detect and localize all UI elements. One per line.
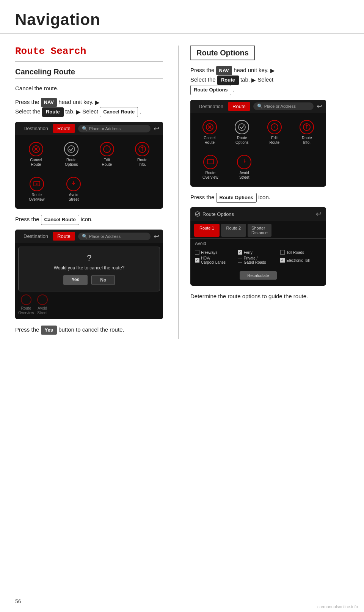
avoid-label-s3: AvoidStreet bbox=[239, 171, 249, 180]
icon-label-cancel-s3: CancelRoute bbox=[204, 136, 215, 145]
screen3-tab-route: Route bbox=[228, 102, 250, 111]
dialog-box: ? Would you like to cancel the route? Ye… bbox=[18, 247, 160, 291]
press-yes-para: Press the Yes button to cancel the route… bbox=[15, 325, 163, 335]
chk-toll[interactable] bbox=[280, 250, 285, 255]
nav-badge-right1: NAV bbox=[216, 66, 232, 76]
checkbox-private: Private /Gated Roads bbox=[238, 256, 279, 264]
checkbox-etoll: ✓ Electronic Toll bbox=[280, 256, 322, 264]
route-search-title: Route Search bbox=[15, 46, 163, 57]
chk-ferry[interactable]: ✓ bbox=[238, 250, 242, 255]
route-tab1[interactable]: Route 1 bbox=[194, 224, 220, 237]
arrow-icon-left2: ▶ bbox=[76, 109, 81, 115]
icon-cell-edit-route-s1: + EditRoute bbox=[89, 139, 125, 170]
routeopts-icon-s3 bbox=[235, 120, 249, 134]
route-opts-badge2: Route Options bbox=[216, 193, 257, 203]
screen1-topbar: Destination Route 🔍 Place or Address ↩ bbox=[15, 122, 163, 135]
dialog-container: ? Would you like to cancel the route? Ye… bbox=[15, 243, 163, 319]
svg-rect-18 bbox=[207, 159, 213, 164]
screen4-header: Route Options ↩ bbox=[190, 207, 326, 221]
avoid-icon-s3 bbox=[237, 155, 251, 169]
recalc-container: Recalculate bbox=[190, 266, 326, 286]
icon-cell-route-opts-s1: RouteOptions bbox=[54, 139, 89, 170]
chk-private[interactable] bbox=[238, 258, 242, 263]
overview-label-s3: RouteOverview bbox=[202, 171, 218, 180]
screen1-search: 🔍 Place or Address bbox=[78, 125, 151, 132]
yes-badge: Yes bbox=[41, 326, 57, 335]
screen1-mockup: Destination Route 🔍 Place or Address ↩ bbox=[15, 122, 163, 209]
partial-icon2-label: AvoidStreet bbox=[37, 306, 47, 315]
checkbox-hov: ✓ HOV/Carpool Lanes bbox=[195, 256, 236, 264]
arrow-icon-right2: ▶ bbox=[251, 77, 256, 83]
watermark: carmanualsonline.info bbox=[317, 604, 358, 609]
screen3-row2: RouteOverview AvoidStreet bbox=[190, 152, 326, 187]
back-btn-s2: ↩ bbox=[154, 232, 159, 241]
route-badge-right1: Route bbox=[217, 76, 239, 85]
screen2-mockup: Destination Route 🔍 Place or Address ↩ ?… bbox=[15, 230, 163, 319]
screen4-title: Route Options bbox=[195, 211, 234, 217]
left-step1: Press the NAV head unit key. ▶ Select th… bbox=[15, 98, 163, 117]
dialog-text: Would you like to cancel the route? bbox=[26, 265, 152, 271]
content-area: Route Search Canceling Route Cancel the … bbox=[0, 34, 364, 354]
back-btn-s3: ↩ bbox=[317, 102, 322, 110]
recalculate-btn[interactable]: Recalculate bbox=[240, 271, 276, 280]
overview-svg: ≡ bbox=[33, 180, 41, 188]
checkbox-freeways: Freeways bbox=[195, 250, 236, 255]
overview-icon-s3 bbox=[203, 155, 218, 169]
nav-badge-left1: NAV bbox=[41, 98, 57, 107]
dialog-yes-btn[interactable]: Yes bbox=[63, 275, 88, 285]
search-icon-s3: 🔍 bbox=[257, 104, 263, 109]
partial-icon1-circle bbox=[21, 294, 31, 305]
dialog-no-btn[interactable]: No bbox=[91, 275, 115, 285]
edit-route-icon-s1: + bbox=[100, 142, 114, 156]
dialog-buttons: Yes No bbox=[26, 275, 152, 285]
icon-label-edit-s1: EditRoute bbox=[102, 158, 112, 167]
chk-freeways[interactable] bbox=[195, 250, 199, 255]
checkbox-grid: Freeways ✓ Ferry Toll Roads ✓ HOV/Carpoo… bbox=[190, 249, 326, 266]
checkbox-ferry: ✓ Ferry bbox=[238, 250, 279, 255]
partial-icon1-label: RouteOverview bbox=[18, 306, 34, 315]
screen1-row2: ≡ RouteOverview AvoidStreet bbox=[15, 174, 163, 209]
route-badge-left1: Route bbox=[42, 107, 64, 117]
route-tab3[interactable]: ShorterDistance bbox=[248, 224, 271, 237]
overview-cell-s3: RouteOverview bbox=[193, 152, 228, 183]
route-tab2[interactable]: Route 2 bbox=[221, 224, 246, 237]
checkbox-toll: Toll Roads bbox=[280, 250, 322, 255]
cancel-route-badge1: Cancel Route bbox=[100, 107, 138, 117]
screen2-search: 🔍 Place or Address bbox=[78, 233, 151, 240]
check-icon-s4 bbox=[195, 211, 200, 217]
partial-icon2: AvoidStreet bbox=[37, 294, 48, 315]
right-column: Route Options Press the NAV head unit ke… bbox=[178, 46, 326, 339]
route-opts-badge1: Route Options bbox=[190, 85, 231, 95]
icon-label-edit-s3: EditRoute bbox=[269, 136, 279, 145]
press-cancel-para: Press the Cancel Route icon. bbox=[15, 215, 163, 225]
svg-text:+: + bbox=[273, 124, 276, 130]
partial-icon1: RouteOverview bbox=[18, 294, 34, 315]
partial-bottom-icons: RouteOverview AvoidStreet bbox=[18, 291, 160, 315]
icon-cell-route-info-s1: RouteInfo. bbox=[125, 139, 160, 170]
info-icon-s3 bbox=[300, 120, 314, 134]
press-routeopts-para: Press the Route Options icon. bbox=[190, 193, 326, 203]
icon-label-info-s1: RouteInfo. bbox=[137, 158, 147, 167]
screen2-tab-route: Route bbox=[53, 232, 75, 241]
icon-cell-edit-s3: + EditRoute bbox=[258, 117, 291, 148]
chk-etoll[interactable]: ✓ bbox=[280, 258, 285, 263]
icon-label-avoid-s1: AvoidStreet bbox=[69, 193, 79, 202]
search-icon-s2: 🔍 bbox=[82, 234, 88, 239]
svg-point-19 bbox=[195, 212, 200, 216]
icon-label-cancel-s1: CancelRoute bbox=[30, 158, 42, 167]
page-number: 56 bbox=[15, 598, 21, 604]
page-header: Navigation bbox=[0, 0, 364, 34]
avoid-svg bbox=[69, 180, 78, 188]
route-info-icon-s1 bbox=[135, 142, 149, 156]
dialog-question-icon: ? bbox=[26, 253, 152, 263]
svg-point-3 bbox=[68, 146, 75, 153]
icon-label-overview-s1: RouteOverview bbox=[29, 193, 45, 202]
conclusion-para: Determine the route options to guide the… bbox=[190, 292, 326, 301]
screen1-tab-dest: Destination bbox=[19, 124, 53, 133]
icon-label-routeopts-s1: RouteOptions bbox=[65, 158, 78, 167]
screen3-topbar: Destination Route 🔍 Place or Address ↩ bbox=[190, 100, 326, 113]
chk-hov[interactable]: ✓ bbox=[195, 258, 199, 263]
edit-icon-s3: + bbox=[267, 120, 282, 134]
spacer-s1 bbox=[92, 174, 160, 205]
search-placeholder-s1: Place or Address bbox=[89, 126, 121, 131]
